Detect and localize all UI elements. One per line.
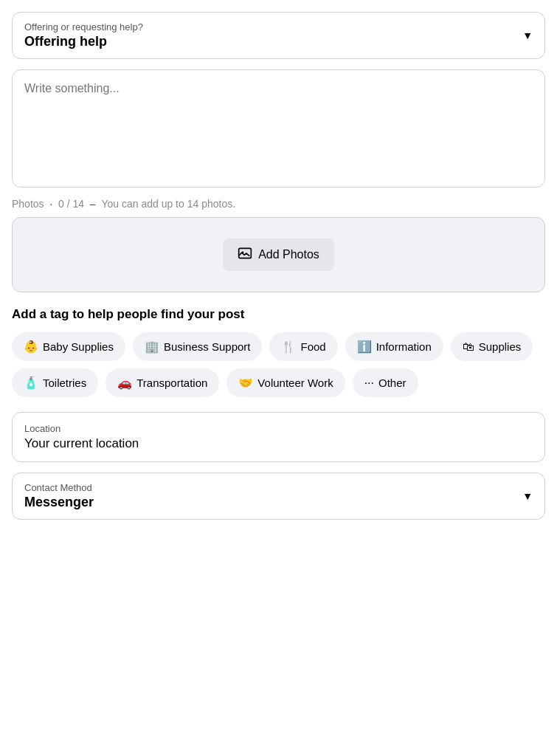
toiletries-icon: 🧴 [24,376,38,390]
tag-information-label: Information [376,340,432,353]
contact-method-label: Contact Method [24,482,533,493]
tag-information[interactable]: ℹ️ Information [345,332,443,361]
business-support-icon: 🏢 [145,340,159,354]
offering-dropdown-label: Offering or requesting help? [24,21,533,32]
write-something-input[interactable] [12,69,545,188]
tag-toiletries-label: Toiletries [43,377,86,389]
tag-baby-supplies[interactable]: 👶 Baby Supplies [12,332,125,361]
information-icon: ℹ️ [357,340,372,354]
tag-business-support-label: Business Support [164,340,251,353]
add-photos-label: Add Photos [258,248,319,261]
tag-toiletries[interactable]: 🧴 Toiletries [12,368,98,397]
supplies-icon: 🛍 [463,340,474,354]
food-icon: 🍴 [281,340,296,354]
volunteer-work-icon: 🤝 [238,376,253,390]
contact-method-value: Messenger [24,495,533,510]
tag-volunteer-work[interactable]: 🤝 Volunteer Work [226,368,345,397]
contact-chevron-down-icon: ▼ [522,490,533,502]
offering-dropdown-value: Offering help [24,34,533,49]
tag-baby-supplies-label: Baby Supplies [43,340,114,353]
photos-label: Photos · 0 / 14 – You can add up to 14 p… [12,198,545,210]
offering-dropdown[interactable]: Offering or requesting help? Offering he… [12,12,545,59]
contact-method-dropdown[interactable]: Contact Method Messenger ▼ [12,472,545,520]
add-photos-button[interactable]: Add Photos [223,238,334,271]
photos-description: You can add up to 14 photos. [101,198,235,210]
location-value: Your current location [24,436,533,451]
other-icon: ··· [364,377,374,390]
chevron-down-icon: ▼ [522,30,533,41]
baby-supplies-icon: 👶 [24,340,38,354]
location-field[interactable]: Location Your current location [12,412,545,462]
photos-title: Photos [12,198,44,210]
tag-food-label: Food [300,340,325,353]
transportation-icon: 🚗 [117,376,132,390]
location-label: Location [24,423,533,434]
add-photos-icon [238,246,252,264]
tags-section: Add a tag to help people find your post … [12,307,545,397]
tag-other-label: Other [378,377,406,389]
photos-area: Add Photos [12,217,545,292]
tag-volunteer-work-label: Volunteer Work [257,377,333,389]
tag-transportation[interactable]: 🚗 Transportation [105,368,219,397]
photos-count: 0 / 14 [58,198,84,210]
tags-grid: 👶 Baby Supplies 🏢 Business Support 🍴 Foo… [12,332,545,397]
tags-section-title: Add a tag to help people find your post [12,307,545,322]
tag-supplies[interactable]: 🛍 Supplies [451,332,533,361]
tag-business-support[interactable]: 🏢 Business Support [133,332,263,361]
tag-supplies-label: Supplies [479,340,522,353]
tag-transportation-label: Transportation [136,377,207,389]
tag-food[interactable]: 🍴 Food [269,332,337,361]
tag-other[interactable]: ··· Other [353,368,418,397]
